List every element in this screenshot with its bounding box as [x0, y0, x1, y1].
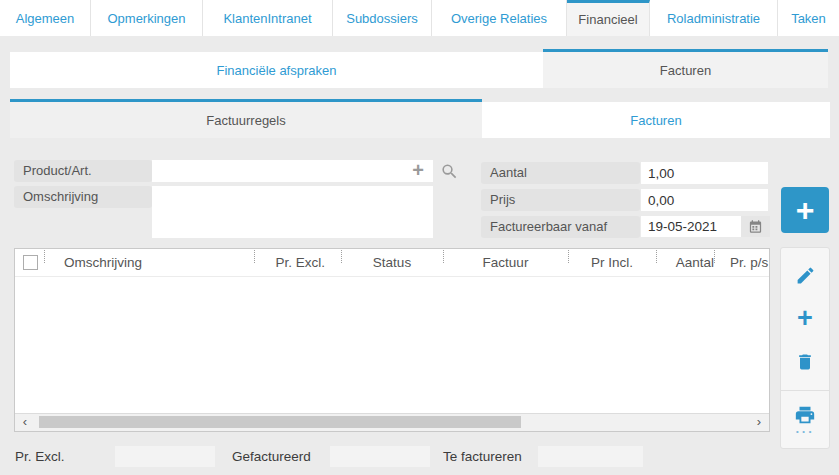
tab-facturen-group[interactable]: Facturen	[543, 49, 828, 88]
product-add-icon[interactable]: +	[406, 160, 430, 182]
column-header-pr-ps[interactable]: Pr. p/s	[714, 255, 769, 270]
column-header-pr-incl[interactable]: Pr Incl.	[568, 255, 656, 270]
scrollbar-thumb[interactable]	[39, 416, 521, 428]
scroll-left-icon[interactable]: ‹	[17, 414, 33, 430]
product-label: Product/Art.	[14, 160, 152, 182]
header-checkbox-cell	[15, 255, 44, 270]
tab-roladministratie[interactable]: Roladministratie	[650, 0, 778, 36]
factureerbaar-vanaf-label: Factureerbaar vanaf	[481, 216, 640, 238]
scroll-right-icon[interactable]: ›	[751, 414, 767, 430]
tab-overige-relaties[interactable]: Overige Relaties	[432, 0, 567, 36]
factureerbaar-vanaf-input[interactable]	[641, 216, 741, 237]
toolbar-main-section: +	[781, 248, 829, 391]
row-actions-toolbar: + ···	[780, 247, 830, 449]
plus-icon: +	[796, 194, 815, 226]
financieel-page: Algemeen Opmerkingen KlantenIntranet Sub…	[0, 0, 839, 475]
column-header-pr-excl[interactable]: Pr. Excl.	[254, 255, 341, 270]
column-header-aantal[interactable]: Aantal	[656, 255, 714, 270]
horizontal-scrollbar[interactable]: ‹ ›	[15, 413, 769, 431]
tab-financieel[interactable]: Financieel	[567, 0, 650, 36]
totals-gefactureerd-label: Gefactureerd	[232, 449, 311, 464]
tab-algemeen[interactable]: Algemeen	[0, 0, 91, 36]
omschrijving-label: Omschrijving	[14, 186, 152, 208]
omschrijving-textarea[interactable]	[152, 186, 433, 238]
column-header-status[interactable]: Status	[341, 255, 443, 270]
totals-te-factureren-label: Te factureren	[443, 449, 522, 464]
tab-financiele-afspraken[interactable]: Financiële afspraken	[10, 52, 543, 88]
tab-taken[interactable]: Taken	[778, 0, 839, 36]
totals-pr-excl-value	[115, 446, 215, 467]
tab-factuurregels[interactable]: Factuurregels	[10, 99, 482, 138]
tab-klantenintranet[interactable]: KlantenIntranet	[203, 0, 333, 36]
main-tab-bar: Algemeen Opmerkingen KlantenIntranet Sub…	[0, 0, 839, 36]
delete-icon[interactable]	[793, 350, 817, 374]
column-header-factuur[interactable]: Factuur	[443, 255, 568, 270]
edit-icon[interactable]	[793, 264, 817, 288]
calendar-icon[interactable]	[741, 216, 770, 237]
prijs-input[interactable]	[641, 189, 768, 211]
add-factuurregel-button[interactable]: +	[781, 187, 829, 233]
table-header-row: Omschrijving Pr. Excl. Status Factuur Pr…	[15, 249, 769, 277]
table-body-empty	[15, 277, 769, 413]
select-all-checkbox[interactable]	[23, 255, 38, 270]
tab-subdossiers[interactable]: Subdossiers	[333, 0, 432, 36]
aantal-input[interactable]	[641, 162, 768, 184]
tab-facturen-list[interactable]: Facturen	[482, 102, 830, 138]
totals-gefactureerd-value	[330, 446, 430, 467]
search-icon[interactable]	[440, 162, 459, 181]
print-more-dots: ···	[796, 429, 815, 435]
totals-te-factureren-value	[538, 446, 643, 467]
totals-pr-excl-label: Pr. Excl.	[15, 449, 65, 464]
add-icon[interactable]: +	[793, 307, 817, 331]
prijs-label: Prijs	[481, 189, 640, 211]
tab-opmerkingen[interactable]: Opmerkingen	[91, 0, 203, 36]
print-button[interactable]: ···	[781, 391, 829, 448]
aantal-label: Aantal	[481, 162, 640, 184]
column-header-omschrijving[interactable]: Omschrijving	[44, 255, 254, 270]
product-input[interactable]	[152, 160, 433, 182]
factuurregels-table: Omschrijving Pr. Excl. Status Factuur Pr…	[14, 248, 770, 432]
